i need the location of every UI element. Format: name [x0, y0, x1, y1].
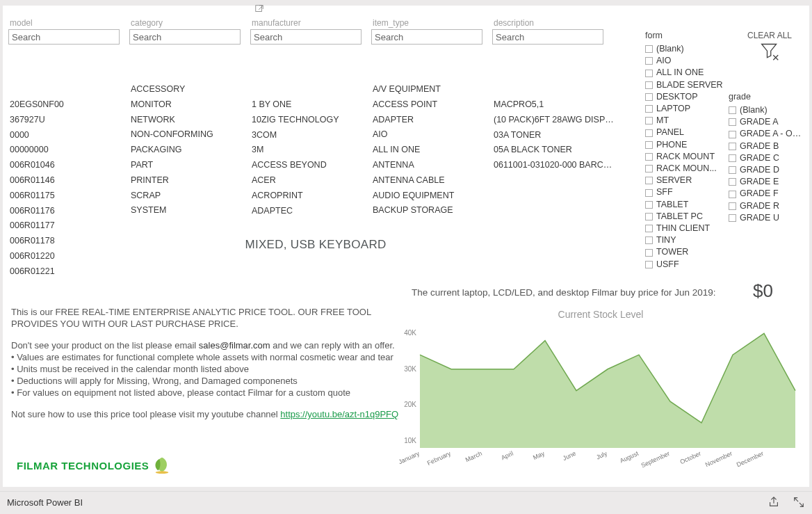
filter-item[interactable]: AIO: [373, 127, 485, 143]
checkbox-item[interactable]: TINY: [645, 234, 727, 246]
checkbox-item[interactable]: GRADE C: [729, 152, 805, 164]
filter-item[interactable]: 3M: [252, 143, 364, 158]
checkbox-label: GRADE U: [740, 212, 779, 224]
checkbox-item[interactable]: (Blank): [729, 104, 805, 116]
checkbox-box: [729, 191, 736, 198]
filter-item[interactable]: 006R01146: [10, 173, 122, 188]
filter-item[interactable]: 006R01221: [10, 264, 122, 280]
filter-item[interactable]: NETWORK: [131, 113, 243, 128]
checkbox-item[interactable]: ALL IN ONE: [645, 67, 727, 79]
filter-item[interactable]: ANTENNA CABLE: [373, 173, 485, 188]
checkbox-item[interactable]: USFF: [645, 259, 727, 271]
filter-item[interactable]: 3COM: [252, 128, 364, 143]
stock-level-chart[interactable]: Current Stock Level 10K20K30K40KJanuaryF…: [399, 309, 802, 476]
filter-item[interactable]: BACKUP STORAGE: [373, 203, 485, 218]
filter-item[interactable]: SYSTEM: [131, 203, 243, 218]
powerbi-footer: Microsoft Power BI: [0, 491, 812, 514]
popout-icon[interactable]: [254, 4, 264, 14]
filter-item[interactable]: PACKAGING: [131, 143, 243, 158]
checkbox-item[interactable]: SERVER: [645, 175, 727, 186]
checkbox-item[interactable]: GRADE D: [729, 164, 805, 176]
filter-item[interactable]: NON-CONFORMING: [131, 127, 243, 143]
checkbox-item[interactable]: LAPTOP: [645, 103, 727, 115]
search-input-model[interactable]: [8, 29, 120, 45]
filter-item[interactable]: 0000: [10, 128, 122, 143]
search-input-category[interactable]: [129, 29, 241, 45]
sales-email[interactable]: sales@filmar.com: [199, 340, 270, 351]
checkbox-item[interactable]: GRADE R: [729, 200, 805, 212]
search-input-description[interactable]: [492, 29, 603, 45]
filter-item[interactable]: 367927U: [10, 113, 122, 128]
checkbox-item[interactable]: GRADE U: [729, 212, 805, 224]
filter-item[interactable]: ACROPRINT: [252, 188, 364, 204]
share-icon[interactable]: [768, 496, 780, 508]
checkbox-item[interactable]: GRADE B: [729, 140, 805, 152]
filter-item[interactable]: 00000000: [10, 143, 122, 158]
checkbox-item[interactable]: TABLET PC: [645, 211, 727, 223]
checkbox-item[interactable]: THIN CLIENT: [645, 223, 727, 234]
checkbox-label: TINY: [656, 234, 676, 246]
checkbox-item[interactable]: SFF: [645, 186, 727, 198]
filter-item[interactable]: 10ZIG TECHNOLOGY: [252, 113, 364, 128]
blurb-p1: This is our FREE REAL-TIME ENTERPRISE AN…: [11, 306, 400, 330]
report-canvas: model 20EGS0NF00367927U000000000000006R0…: [3, 6, 809, 487]
checkbox-box: [645, 45, 653, 53]
filter-item[interactable]: ACCESS BEYOND: [252, 158, 364, 173]
filter-item[interactable]: 006R01177: [10, 218, 122, 234]
checkbox-box: [645, 57, 653, 65]
checkbox-item[interactable]: BLADE SERVER: [645, 79, 727, 91]
checkbox-item[interactable]: GRADE E: [729, 176, 805, 188]
checkbox-item[interactable]: GRADE F: [729, 188, 805, 200]
filter-item[interactable]: PRINTER: [131, 173, 243, 188]
checkbox-item[interactable]: RACK MOUNT: [645, 151, 727, 163]
checkbox-box: [645, 213, 653, 220]
filter-item[interactable]: MACPRO5,1: [494, 97, 617, 113]
filter-item[interactable]: ANTENNA: [373, 158, 485, 173]
filter-item[interactable]: 0611001-031020-000 BARCODE SCAN...: [494, 158, 617, 173]
filter-item[interactable]: 05A BLACK TONER: [494, 143, 617, 158]
checkbox-box: [645, 165, 653, 172]
filter-item[interactable]: ADAPTER: [373, 113, 485, 128]
filter-item[interactable]: 03A TONER: [494, 128, 617, 143]
checkbox-item[interactable]: AIO: [645, 55, 727, 67]
filter-item[interactable]: AUDIO EQUIPMENT: [373, 188, 485, 204]
checkbox-item[interactable]: RACK MOUN...: [645, 163, 727, 175]
clear-all-button[interactable]: CLEAR ALL: [747, 31, 793, 64]
checkbox-item[interactable]: GRADE A: [729, 116, 805, 128]
youtube-link[interactable]: https://youtu.be/azt-n1q9PFQ: [280, 409, 398, 419]
checkbox-item[interactable]: PHONE: [645, 139, 727, 151]
checkbox-label: GRADE A: [740, 116, 779, 128]
filter-item[interactable]: 006R01175: [10, 188, 122, 204]
filter-item[interactable]: MONITOR: [131, 97, 243, 113]
checkbox-box: [645, 70, 653, 77]
checkbox-label: SERVER: [656, 175, 692, 186]
filter-item[interactable]: ADAPTEC: [252, 204, 364, 219]
filter-item[interactable]: 006R01176: [10, 204, 122, 219]
checkbox-item[interactable]: (Blank): [645, 43, 727, 55]
price-line-text: The current laptop, LCD/LED, and desktop…: [412, 287, 715, 298]
filter-item[interactable]: ACER: [252, 173, 364, 188]
filter-item[interactable]: ACCESS POINT: [373, 97, 485, 113]
checkbox-item[interactable]: GRADE A - OPE...: [729, 128, 805, 140]
checkbox-item[interactable]: TABLET: [645, 199, 727, 211]
filter-item[interactable]: 1 BY ONE: [252, 97, 364, 113]
search-input-manufacturer[interactable]: [250, 29, 362, 45]
filter-item[interactable]: (10 PACK)6FT 28AWG DISPLAYPORT C...: [494, 113, 617, 128]
checkbox-item[interactable]: TOWER: [645, 246, 727, 258]
search-input-item_type[interactable]: [371, 29, 482, 45]
filter-item[interactable]: A/V EQUIPMENT: [373, 82, 485, 97]
filter-item[interactable]: 006R01046: [10, 158, 122, 173]
filter-item[interactable]: ACCESSORY: [131, 82, 243, 97]
fullscreen-icon[interactable]: [793, 496, 805, 508]
checkbox-item[interactable]: PANEL: [645, 127, 727, 138]
checkbox-box: [729, 214, 736, 222]
checkbox-item[interactable]: MT: [645, 115, 727, 127]
filter-item[interactable]: ALL IN ONE: [373, 143, 485, 158]
svg-text:August: August: [619, 450, 640, 465]
filter-item[interactable]: PART: [131, 158, 243, 173]
checkbox-item[interactable]: DESKTOP: [645, 91, 727, 103]
filter-item[interactable]: 20EGS0NF00: [10, 97, 122, 113]
filter-item[interactable]: SCRAP: [131, 188, 243, 204]
blurb-p2: Don't see your product on the list pleas…: [11, 339, 400, 351]
svg-point-1: [156, 471, 169, 474]
